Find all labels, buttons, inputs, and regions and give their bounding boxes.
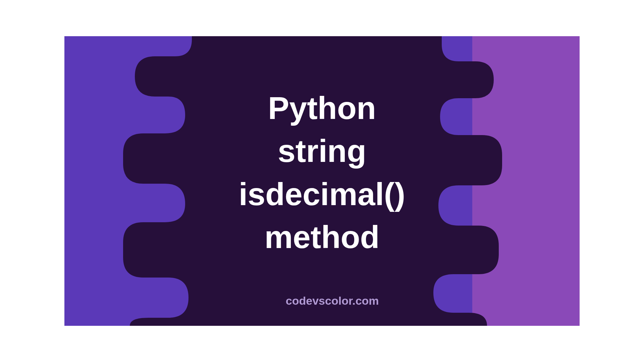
watermark: codevscolor.com <box>286 294 379 307</box>
banner-container: Python string isdecimal() method codevsc… <box>64 36 580 326</box>
banner-title: Python string isdecimal() method <box>239 86 405 258</box>
